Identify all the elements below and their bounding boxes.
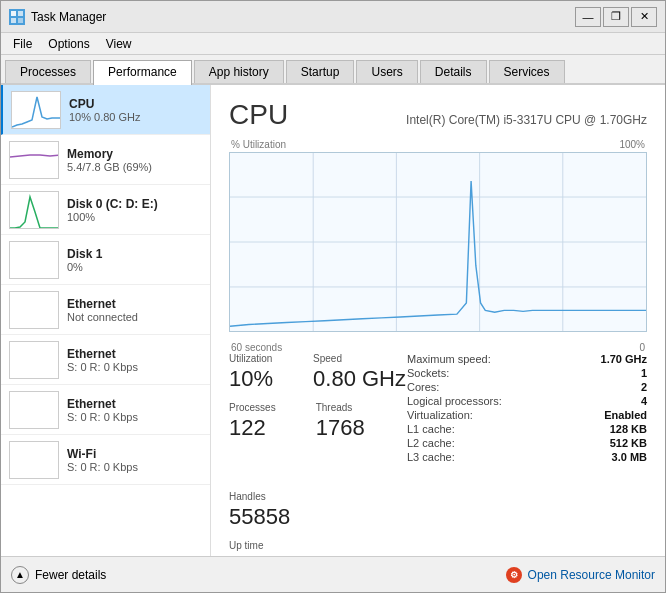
y-axis-max: 100% — [619, 139, 645, 150]
sidebar-item-disk1[interactable]: Disk 1 0% — [1, 235, 210, 285]
cores-key: Cores: — [407, 381, 439, 393]
footer: ▲ Fewer details ⚙ Open Resource Monitor — [1, 556, 665, 592]
menu-view[interactable]: View — [98, 35, 140, 53]
svg-rect-3 — [18, 18, 23, 23]
cpu-sidebar-val: 10% 0.80 GHz — [69, 111, 202, 123]
l2-val: 512 KB — [610, 437, 647, 449]
menu-file[interactable]: File — [5, 35, 40, 53]
spec-cores: Cores: 2 — [407, 381, 647, 393]
cpu-sidebar-name: CPU — [69, 97, 202, 111]
speed-value: 0.80 GHz — [313, 366, 406, 392]
l3-key: L3 cache: — [407, 451, 455, 463]
processes-label: Processes — [229, 402, 276, 413]
sidebar-item-ethernet1[interactable]: Ethernet Not connected — [1, 285, 210, 335]
eth1-mini-graph — [9, 291, 59, 329]
disk0-mini-graph — [9, 191, 59, 229]
fewer-details-button[interactable]: ▲ Fewer details — [11, 566, 106, 584]
speed-label: Speed — [313, 353, 406, 364]
main-area: CPU 10% 0.80 GHz Memory 5.4/7.8 GB (69%) — [1, 85, 665, 556]
cpu-sidebar-info: CPU 10% 0.80 GHz — [69, 97, 202, 123]
eth2-mini-graph — [9, 341, 59, 379]
tab-bar: Processes Performance App history Startu… — [1, 55, 665, 85]
wifi-sidebar-name: Wi-Fi — [67, 447, 202, 461]
close-button[interactable]: ✕ — [631, 7, 657, 27]
wifi-sidebar-val: S: 0 R: 0 Kbps — [67, 461, 202, 473]
spec-l3: L3 cache: 3.0 MB — [407, 451, 647, 463]
threads-value: 1768 — [316, 415, 365, 441]
utilization-stat: Utilization 10% — [229, 353, 273, 392]
l3-val: 3.0 MB — [612, 451, 647, 463]
logical-key: Logical processors: — [407, 395, 502, 407]
tab-startup[interactable]: Startup — [286, 60, 355, 83]
stat-row-1: Utilization 10% Speed 0.80 GHz — [229, 353, 407, 402]
sidebar-item-disk0[interactable]: Disk 0 (C: D: E:) 100% — [1, 185, 210, 235]
spec-max-speed: Maximum speed: 1.70 GHz — [407, 353, 647, 365]
restore-button[interactable]: ❐ — [603, 7, 629, 27]
window-controls: — ❐ ✕ — [575, 7, 657, 27]
sidebar-item-ethernet3[interactable]: Ethernet S: 0 R: 0 Kbps — [1, 385, 210, 435]
wifi-mini-graph — [9, 441, 59, 479]
memory-mini-graph — [9, 141, 59, 179]
max-speed-val: 1.70 GHz — [601, 353, 647, 365]
eth3-mini-graph — [9, 391, 59, 429]
eth3-sidebar-name: Ethernet — [67, 397, 202, 411]
x-axis-left: 60 seconds — [231, 342, 282, 353]
l2-key: L2 cache: — [407, 437, 455, 449]
stat-row-2: Processes 122 Threads 1768 Handles 55858 — [229, 402, 407, 540]
handles-label: Handles — [229, 491, 290, 502]
utilization-value: 10% — [229, 366, 273, 392]
menu-options[interactable]: Options — [40, 35, 97, 53]
utilization-label: Utilization — [229, 353, 273, 364]
chart-bottom-labels: 60 seconds 0 — [229, 342, 647, 353]
open-monitor-label: Open Resource Monitor — [528, 568, 655, 582]
tab-processes[interactable]: Processes — [5, 60, 91, 83]
handles-stat: Handles 55858 — [229, 491, 290, 530]
chart-top-labels: % Utilization 100% — [229, 139, 647, 150]
uptime-label: Up time — [229, 540, 407, 551]
handles-value: 55858 — [229, 504, 290, 530]
sidebar-item-cpu[interactable]: CPU 10% 0.80 GHz — [1, 85, 210, 135]
x-axis-right: 0 — [639, 342, 645, 353]
max-speed-key: Maximum speed: — [407, 353, 491, 365]
processes-stat: Processes 122 — [229, 402, 276, 441]
disk0-sidebar-val: 100% — [67, 211, 202, 223]
tab-details[interactable]: Details — [420, 60, 487, 83]
fewer-details-label: Fewer details — [35, 568, 106, 582]
cpu-mini-graph — [11, 91, 61, 129]
tab-services[interactable]: Services — [489, 60, 565, 83]
content-header: CPU Intel(R) Core(TM) i5-3317U CPU @ 1.7… — [229, 99, 647, 131]
sidebar-item-ethernet2[interactable]: Ethernet S: 0 R: 0 Kbps — [1, 335, 210, 385]
sidebar-item-memory[interactable]: Memory 5.4/7.8 GB (69%) — [1, 135, 210, 185]
eth2-sidebar-val: S: 0 R: 0 Kbps — [67, 361, 202, 373]
sidebar-item-wifi[interactable]: Wi-Fi S: 0 R: 0 Kbps — [1, 435, 210, 485]
menu-bar: File Options View — [1, 33, 665, 55]
spec-sockets: Sockets: 1 — [407, 367, 647, 379]
svg-rect-0 — [11, 11, 16, 16]
sockets-val: 1 — [641, 367, 647, 379]
eth1-sidebar-info: Ethernet Not connected — [67, 297, 202, 323]
cores-val: 2 — [641, 381, 647, 393]
open-monitor-button[interactable]: ⚙ Open Resource Monitor — [506, 567, 655, 583]
title-bar-left: Task Manager — [9, 9, 106, 25]
app-icon — [9, 9, 25, 25]
tab-app-history[interactable]: App history — [194, 60, 284, 83]
eth1-sidebar-val: Not connected — [67, 311, 202, 323]
tab-users[interactable]: Users — [356, 60, 417, 83]
eth2-sidebar-name: Ethernet — [67, 347, 202, 361]
monitor-icon: ⚙ — [506, 567, 522, 583]
processes-value: 122 — [229, 415, 276, 441]
l1-key: L1 cache: — [407, 423, 455, 435]
window-title: Task Manager — [31, 10, 106, 24]
disk1-mini-graph — [9, 241, 59, 279]
page-title: CPU — [229, 99, 288, 131]
tab-performance[interactable]: Performance — [93, 60, 192, 85]
stats-left: Utilization 10% Speed 0.80 GHz Processes… — [229, 353, 407, 556]
spec-l2: L2 cache: 512 KB — [407, 437, 647, 449]
spec-l1: L1 cache: 128 KB — [407, 423, 647, 435]
task-manager-window: Task Manager — ❐ ✕ File Options View Pro… — [0, 0, 666, 593]
spec-logical: Logical processors: 4 — [407, 395, 647, 407]
uptime-stat: Up time 1:05:05:38 — [229, 540, 407, 556]
minimize-button[interactable]: — — [575, 7, 601, 27]
sidebar: CPU 10% 0.80 GHz Memory 5.4/7.8 GB (69%) — [1, 85, 211, 556]
svg-rect-1 — [18, 11, 23, 16]
